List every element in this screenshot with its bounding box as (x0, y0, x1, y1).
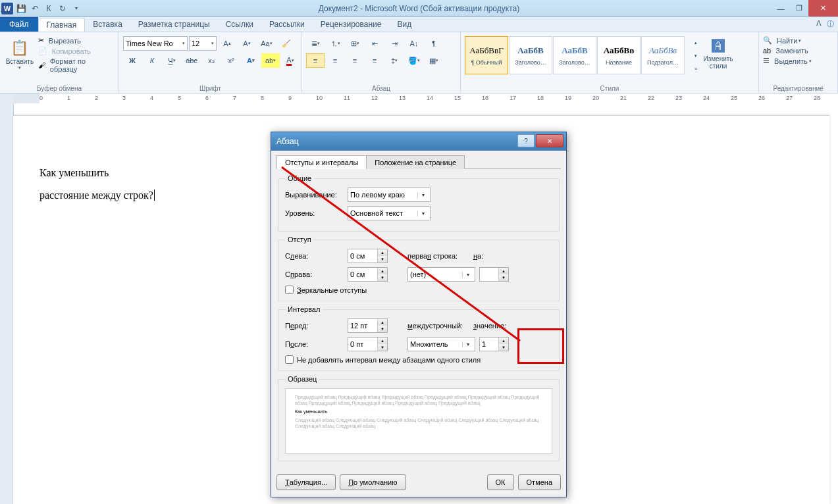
underline-button[interactable]: Ч▾ (163, 53, 181, 68)
first-line-value-spinner[interactable]: ▲▼ (479, 267, 509, 282)
line-spacing-value-spinner[interactable]: 1▲▼ (479, 337, 509, 351)
style-heading2[interactable]: АаБбВЗаголово… (553, 36, 596, 74)
justify-button[interactable]: ≡ (365, 53, 384, 68)
tab-insert[interactable]: Вставка (85, 17, 130, 32)
italic-button[interactable]: К (143, 53, 161, 68)
quick-access-toolbar: 💾 ↶ К ↻ ▾ (13, 2, 83, 15)
label-on: на: (473, 252, 501, 260)
paste-button[interactable]: 📋 Вставить ▾ (4, 34, 36, 73)
line-spacing-combo[interactable]: Множитель▾ (407, 337, 475, 351)
shading-icon[interactable]: 🪣▾ (405, 53, 423, 68)
indent-left-spinner[interactable]: 0 см▲▼ (348, 249, 388, 263)
font-size-combo[interactable]: 12▾ (189, 36, 217, 51)
help-icon[interactable]: ⓘ (827, 19, 834, 29)
label-right: Справа: (285, 270, 348, 278)
increase-indent-icon[interactable]: ⇥ (385, 36, 404, 51)
style-title[interactable]: АаБбВвНазвание (597, 36, 641, 74)
font-name-combo[interactable]: Times New Ro▾ (123, 36, 188, 51)
label-left: Слева: (285, 252, 348, 260)
clear-formatting-icon[interactable]: 🧹 (277, 36, 296, 51)
undo-icon[interactable]: ↶ (28, 2, 41, 15)
alignment-combo[interactable]: По левому краю▾ (348, 188, 431, 202)
paragraph-dialog: Абзац ? ✕ Отступы и интервалы Положение … (271, 132, 567, 497)
decrease-indent-icon[interactable]: ⇤ (365, 36, 384, 51)
sort-icon[interactable]: A↓ (405, 36, 423, 51)
close-button[interactable]: ✕ (808, 0, 838, 16)
copy-button[interactable]: 📄 Копировать (38, 47, 115, 55)
numbering-icon[interactable]: ⒈▾ (326, 36, 344, 51)
dialog-titlebar[interactable]: Абзац ? ✕ (271, 132, 566, 151)
highlight-icon[interactable]: ab▾ (261, 53, 280, 68)
strike-button[interactable]: abc (182, 53, 201, 68)
vertical-ruler[interactable] (0, 103, 14, 504)
preview-box: Предыдущий абзац Предыдущий абзац Предыд… (285, 388, 552, 454)
tab-mailings[interactable]: Рассылки (261, 17, 313, 32)
indent-right-spinner[interactable]: 0 см▲▼ (348, 267, 388, 282)
line-spacing-icon[interactable]: ‡▾ (385, 53, 404, 68)
cut-icon: ✂ (38, 36, 44, 45)
repeat-icon[interactable]: ↻ (56, 2, 69, 15)
mirror-indents-checkbox[interactable]: Зеркальные отступы (285, 286, 552, 294)
change-styles-button[interactable]: 🅰 Изменить стили (700, 36, 737, 70)
tab-file[interactable]: Файл (0, 17, 38, 32)
bold-button[interactable]: Ж (123, 53, 142, 68)
tab-layout[interactable]: Разметка страницы (130, 17, 218, 32)
minimize-ribbon-icon[interactable]: ᐱ (816, 19, 822, 29)
tab-indents[interactable]: Отступы и интервалы (276, 155, 367, 169)
dialog-title: Абзац (276, 137, 299, 146)
align-right-button[interactable]: ≡ (346, 53, 364, 68)
maximize-button[interactable]: ❐ (790, 0, 808, 16)
superscript-button[interactable]: x² (222, 53, 240, 68)
default-button[interactable]: По умолчанию (340, 474, 406, 490)
word-icon: W (1, 3, 13, 14)
label-alignment: Выравнивание: (285, 191, 348, 199)
qat-more-icon[interactable]: ▾ (70, 2, 83, 15)
font-color-icon[interactable]: A▾ (281, 53, 300, 68)
borders-icon[interactable]: ▦▾ (425, 53, 443, 68)
minimize-button[interactable]: — (772, 0, 790, 16)
change-case-icon[interactable]: Aa▾ (257, 36, 276, 51)
cancel-button[interactable]: Отмена (518, 474, 561, 490)
align-center-button[interactable]: ≡ (326, 53, 344, 68)
group-styles: АаБбВвГ¶ Обычный АаБбВЗаголово… АаБбВЗаг… (461, 32, 759, 93)
label-value: значение: (473, 322, 513, 330)
tab-review[interactable]: Рецензирование (313, 17, 390, 32)
show-marks-icon[interactable]: ¶ (425, 36, 443, 51)
text-effects-icon[interactable]: A▾ (242, 53, 260, 68)
tab-references[interactable]: Ссылки (218, 17, 261, 32)
shrink-font-icon[interactable]: A▾ (238, 36, 256, 51)
align-left-button[interactable]: ≡ (306, 53, 325, 68)
cut-button[interactable]: ✂ Вырезать (38, 36, 115, 45)
replace-button[interactable]: ab Заменить (763, 47, 833, 55)
style-heading1[interactable]: АаБбВЗаголово… (509, 36, 552, 74)
label-level: Уровень: (285, 209, 348, 217)
subscript-button[interactable]: x₂ (202, 53, 221, 68)
no-space-checkbox[interactable]: Не добавлять интервал между абзацами одн… (285, 355, 552, 364)
tab-view[interactable]: Вид (389, 17, 419, 32)
level-combo[interactable]: Основной текст▾ (348, 206, 431, 220)
bullets-icon[interactable]: ≣▾ (306, 36, 325, 51)
find-button[interactable]: 🔍 Найти▾ (763, 36, 833, 45)
redo-icon[interactable]: К (42, 2, 55, 15)
first-line-combo[interactable]: (нет)▾ (407, 267, 475, 282)
tab-position[interactable]: Положение на странице (366, 155, 465, 169)
select-button[interactable]: ☰ Выделить▾ (763, 57, 833, 65)
dialog-close-button[interactable]: ✕ (536, 134, 563, 147)
tab-home[interactable]: Главная (38, 18, 86, 32)
format-painter-button[interactable]: 🖌 Формат по образцу (38, 57, 115, 73)
ok-button[interactable]: ОК (487, 474, 514, 490)
spacing-before-spinner[interactable]: 12 пт▲▼ (348, 318, 388, 333)
paste-icon: 📋 (11, 39, 28, 57)
dialog-help-button[interactable]: ? (517, 134, 535, 147)
save-icon[interactable]: 💾 (14, 2, 28, 15)
style-subtitle[interactable]: АаБбВвПодзагол… (641, 36, 685, 74)
spacing-after-spinner[interactable]: 0 пт▲▼ (348, 337, 388, 351)
multilevel-icon[interactable]: ⊞▾ (346, 36, 364, 51)
dialog-footer: Табуляция... По умолчанию ОК Отмена (271, 470, 566, 497)
dialog-tabs: Отступы и интервалы Положение на страниц… (276, 155, 561, 169)
find-icon: 🔍 (763, 36, 772, 45)
label-line-spacing: междустрочный: (407, 322, 473, 330)
grow-font-icon[interactable]: A▴ (218, 36, 236, 51)
tabs-button[interactable]: Табуляция... (276, 474, 336, 490)
style-normal[interactable]: АаБбВвГ¶ Обычный (465, 36, 508, 74)
